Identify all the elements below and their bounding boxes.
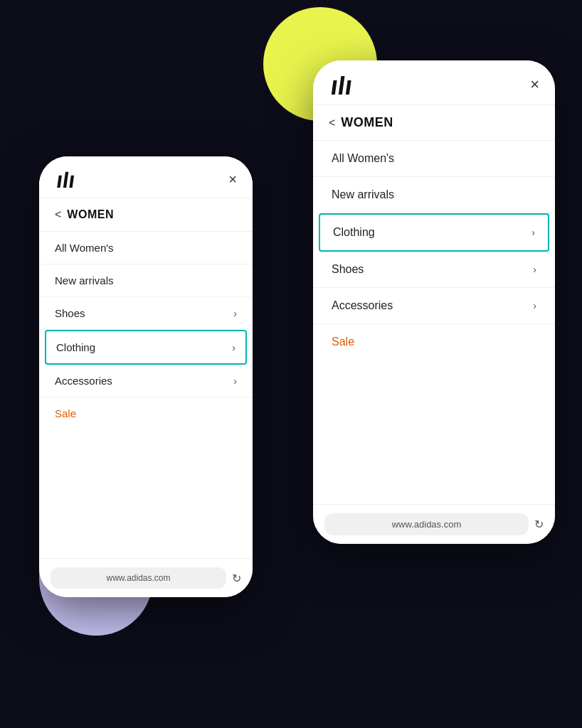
phone-front-content: × < WOMEN All Women's New arrivals Shoes… [39, 156, 253, 597]
menu-item-sale-front[interactable]: Sale [39, 397, 253, 429]
menu-item-label: Sale [332, 336, 354, 348]
svg-rect-6 [69, 176, 74, 188]
back-arrow-front[interactable]: < [55, 208, 61, 221]
chevron-icon-shoes-back: › [533, 264, 536, 275]
menu-item-new-arrivals-front[interactable]: New arrivals [39, 264, 253, 297]
menu-item-label: Clothing [56, 341, 95, 353]
svg-rect-5 [63, 172, 68, 188]
menu-item-new-arrivals-back[interactable]: New arrivals [313, 177, 555, 213]
svg-rect-3 [346, 80, 351, 95]
menu-list-front: All Women's New arrivals Shoes › Clothin… [39, 232, 253, 558]
refresh-button-front[interactable]: ↻ [232, 572, 241, 585]
svg-rect-1 [332, 80, 337, 95]
menu-item-label: Sale [55, 407, 76, 419]
chevron-icon-clothing-front: › [232, 342, 236, 353]
menu-item-shoes-front[interactable]: Shoes › [39, 297, 253, 330]
close-button-front[interactable]: × [228, 172, 237, 186]
address-bar-back: ↻ [313, 504, 555, 544]
adidas-logo-back [329, 73, 359, 96]
phone-back: × < WOMEN All Women's New arrivals Cloth… [313, 60, 555, 544]
chevron-icon-accessories-back: › [533, 300, 536, 311]
menu-item-label: All Women's [55, 242, 114, 254]
menu-item-shoes-back[interactable]: Shoes › [313, 252, 555, 288]
section-title-back: < WOMEN [313, 105, 555, 141]
section-label-back: WOMEN [341, 115, 393, 130]
menu-item-all-womens-back[interactable]: All Women's [313, 141, 555, 177]
menu-item-label: New arrivals [55, 274, 114, 287]
menu-item-label: Accessories [55, 375, 112, 387]
address-bar-front: ↻ [39, 558, 253, 597]
menu-item-clothing-back[interactable]: Clothing › [319, 213, 549, 252]
phone-front-header: × [39, 156, 253, 198]
chevron-icon-clothing-back: › [531, 227, 535, 238]
adidas-logo-icon-back [329, 73, 359, 96]
svg-rect-2 [339, 76, 345, 95]
menu-item-all-womens-front[interactable]: All Women's [39, 232, 253, 264]
phone-front: × < WOMEN All Women's New arrivals Shoes… [39, 156, 253, 597]
svg-rect-4 [57, 176, 62, 188]
menu-item-accessories-front[interactable]: Accessories › [39, 365, 253, 397]
url-input-back[interactable] [324, 513, 529, 535]
menu-item-sale-back[interactable]: Sale [313, 324, 555, 360]
close-button-back[interactable]: × [530, 77, 539, 92]
menu-list-back: All Women's New arrivals Clothing › Shoe… [313, 141, 555, 504]
menu-item-accessories-back[interactable]: Accessories › [313, 288, 555, 324]
chevron-icon-shoes-front: › [233, 308, 237, 319]
menu-item-label: Shoes [55, 307, 85, 319]
section-label-front: WOMEN [67, 208, 114, 221]
menu-item-label: All Women's [332, 152, 394, 165]
phone-back-content: × < WOMEN All Women's New arrivals Cloth… [313, 60, 555, 544]
back-arrow-back[interactable]: < [329, 117, 335, 129]
url-input-front[interactable] [51, 567, 226, 589]
refresh-button-back[interactable]: ↻ [534, 518, 544, 531]
menu-item-label: Shoes [332, 263, 364, 276]
menu-item-label: Clothing [333, 226, 375, 239]
section-title-front: < WOMEN [39, 198, 253, 232]
adidas-logo-icon-front [55, 169, 80, 189]
chevron-icon-accessories-front: › [233, 375, 237, 387]
menu-item-clothing-front[interactable]: Clothing › [45, 330, 247, 365]
menu-item-label: New arrivals [332, 188, 394, 201]
phone-back-header: × [313, 60, 555, 105]
adidas-logo-front [55, 169, 80, 189]
menu-item-label: Accessories [332, 299, 393, 312]
